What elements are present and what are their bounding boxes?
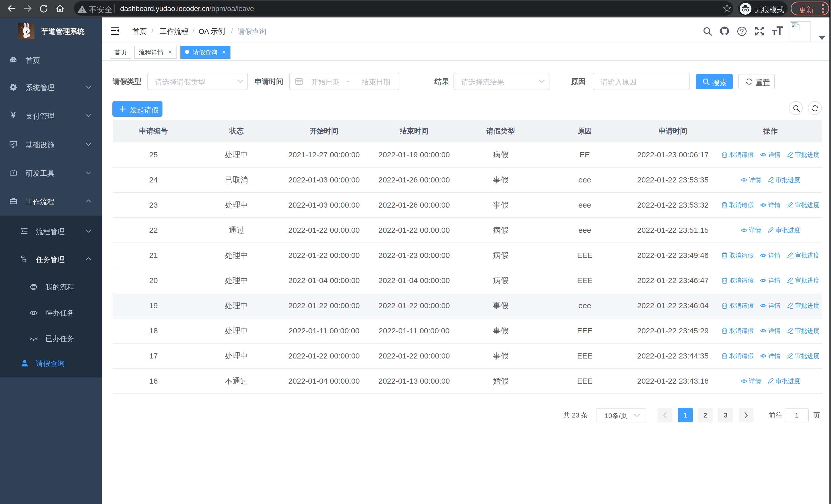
svg-text:¥: ¥: [11, 112, 16, 119]
